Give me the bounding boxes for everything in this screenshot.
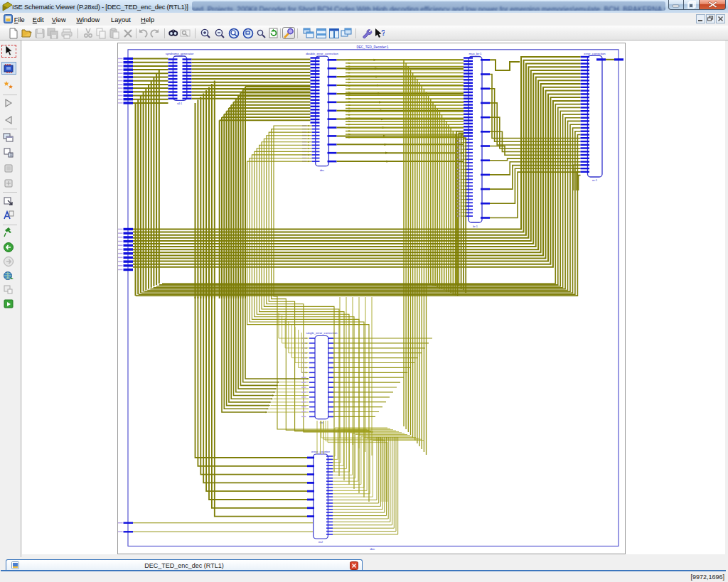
svg-text:br:1: br:1 — [473, 225, 478, 228]
svg-text:single_error_correction: single_error_correction — [306, 331, 338, 335]
svg-text:dec: dec — [320, 169, 324, 172]
svg-text:?: ? — [381, 28, 385, 37]
svg-text:syndrome_generator: syndrome_generator — [166, 52, 194, 55]
svg-text:mux_br:1: mux_br:1 — [469, 52, 483, 55]
svg-text:ec:1: ec:1 — [592, 179, 597, 182]
svg-text:DEC_TED_Decoder:1: DEC_TED_Decoder:1 — [356, 45, 389, 49]
svg-text:error_correction: error_correction — [584, 52, 606, 55]
svg-text:dec: dec — [370, 547, 375, 551]
svg-text:error_counter: error_counter — [311, 450, 330, 453]
svg-text:s4:1: s4:1 — [177, 102, 182, 105]
svg-text:ec2: ec2 — [318, 541, 323, 544]
svg-text:double_error_correction: double_error_correction — [306, 52, 338, 55]
